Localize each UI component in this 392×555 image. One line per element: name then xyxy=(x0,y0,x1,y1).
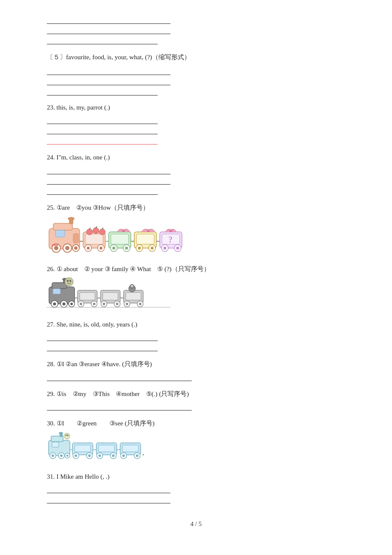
q29-line-1 xyxy=(47,401,192,410)
q23-lines xyxy=(47,115,345,145)
svg-point-62 xyxy=(63,302,66,305)
svg-point-122 xyxy=(122,454,125,457)
svg-point-58 xyxy=(69,280,71,282)
q31-section: 31. I Mike am Hello (, .) xyxy=(47,471,345,504)
q23-section: 23. this, is, my, parrot (.) xyxy=(47,102,345,145)
svg-point-30 xyxy=(112,247,115,250)
q25-section: 25. ①are ②you ③How（只填序号） ♥♥♥ xyxy=(47,202,345,257)
q23-line-3 xyxy=(47,135,158,145)
svg-point-56 xyxy=(65,278,73,286)
svg-point-69 xyxy=(80,303,82,305)
svg-point-108 xyxy=(75,454,77,457)
svg-rect-52 xyxy=(52,283,67,289)
q29-label: 29. ①is ②my ③This ④mother ⑤(.) (只写序号) xyxy=(47,389,345,400)
q23-label: 23. this, is, my, parrot (.) xyxy=(47,102,345,113)
q31-label: 31. I Mike am Hello (, .) xyxy=(47,471,345,483)
q27-line-1 xyxy=(47,332,158,341)
svg-point-47 xyxy=(164,247,167,250)
svg-point-28 xyxy=(122,230,125,232)
svg-point-78 xyxy=(116,303,118,305)
q26-label: 26. ① about ② your ③ family ④ What ⑤ (?)… xyxy=(47,264,345,275)
q27-section: 27. She, nine, is, old, only, years (.) xyxy=(47,319,345,352)
q22-bracket-lines xyxy=(47,66,345,95)
svg-point-9 xyxy=(65,246,69,250)
svg-point-15 xyxy=(86,229,92,235)
q22-bracket-section: 〔５〕favourite, food, is, your, what, (?)（… xyxy=(47,52,345,95)
svg-rect-74 xyxy=(103,292,118,300)
q30-section: 30. ①I ②green ③see (只填序号) xyxy=(47,418,345,464)
q29-lines xyxy=(47,401,345,410)
svg-point-85 xyxy=(139,303,141,305)
svg-point-104 xyxy=(66,454,69,457)
q25-train: ♥♥♥ xyxy=(47,216,345,256)
q22-line-3 xyxy=(47,86,158,95)
q28-label: 28. ①I ②an ③eraser ④have. (只填序号) xyxy=(47,359,345,370)
cont-line-3 xyxy=(47,35,158,44)
q24-line-1 xyxy=(47,165,170,174)
svg-point-124 xyxy=(136,454,138,457)
svg-text:.: . xyxy=(142,448,144,457)
q31-lines xyxy=(47,484,345,503)
page-number: 4 / 5 xyxy=(47,520,345,528)
svg-rect-95 xyxy=(52,442,59,447)
svg-rect-67 xyxy=(80,292,95,300)
q22-line-1 xyxy=(47,66,170,75)
svg-point-36 xyxy=(147,230,150,232)
svg-point-110 xyxy=(88,454,91,457)
svg-point-38 xyxy=(138,247,141,250)
cont-line-2 xyxy=(47,25,170,34)
q30-train: . xyxy=(47,432,345,464)
svg-text:♥♥♥: ♥♥♥ xyxy=(52,243,58,247)
q23-line-2 xyxy=(47,125,158,134)
svg-rect-14 xyxy=(85,234,103,244)
svg-rect-35 xyxy=(136,234,154,244)
svg-rect-113 xyxy=(98,445,115,452)
svg-point-100 xyxy=(52,454,54,457)
svg-point-11 xyxy=(74,246,78,250)
svg-rect-4 xyxy=(55,230,65,237)
q31-line-2 xyxy=(47,494,170,503)
svg-point-71 xyxy=(93,303,95,305)
svg-rect-5 xyxy=(73,234,78,243)
q30-label: 30. ①I ②green ③see (只填序号) xyxy=(47,418,345,429)
svg-point-98 xyxy=(67,434,69,436)
q27-label: 27. She, nine, is, old, only, years (.) xyxy=(47,319,345,330)
cont-line-1 xyxy=(47,14,170,24)
svg-point-94 xyxy=(59,432,63,434)
q31-line-1 xyxy=(47,484,170,493)
q28-line-1 xyxy=(47,372,192,381)
continuation-lines xyxy=(47,14,345,44)
svg-point-115 xyxy=(98,454,101,457)
q23-line-1 xyxy=(47,115,158,124)
svg-point-57 xyxy=(67,280,69,282)
q24-line-2 xyxy=(47,175,170,185)
q26-section: 26. ① about ② your ③ family ④ What ⑤ (?)… xyxy=(47,264,345,312)
svg-rect-120 xyxy=(122,445,138,452)
svg-point-83 xyxy=(126,303,128,305)
svg-point-16 xyxy=(93,228,99,234)
q24-lines xyxy=(47,165,345,195)
svg-text:?: ? xyxy=(168,235,173,244)
svg-point-17 xyxy=(99,229,105,235)
q28-section: 28. ①I ②an ③eraser ④have. (只填序号) xyxy=(47,359,345,381)
svg-point-90 xyxy=(132,285,133,286)
svg-rect-106 xyxy=(75,445,91,452)
svg-rect-81 xyxy=(126,292,141,300)
q26-train xyxy=(47,278,345,312)
q27-line-2 xyxy=(47,342,158,351)
svg-point-49 xyxy=(176,247,179,250)
svg-point-96 xyxy=(64,433,70,439)
q29-section: 29. ①is ②my ③This ④mother ⑤(.) (只写序号) xyxy=(47,389,345,411)
q24-label: 24. I"m, class, in, one (.) xyxy=(47,152,345,163)
train25-svg: ♥♥♥ xyxy=(47,216,200,256)
svg-point-64 xyxy=(70,303,73,305)
q24-line-3 xyxy=(47,185,158,195)
svg-point-102 xyxy=(60,454,63,457)
svg-point-40 xyxy=(151,247,154,250)
svg-point-60 xyxy=(53,302,56,305)
svg-point-97 xyxy=(66,434,67,436)
train30-svg: . xyxy=(47,432,158,464)
svg-point-3 xyxy=(68,217,75,220)
q27-lines xyxy=(47,332,345,351)
q22-line-2 xyxy=(47,76,170,85)
